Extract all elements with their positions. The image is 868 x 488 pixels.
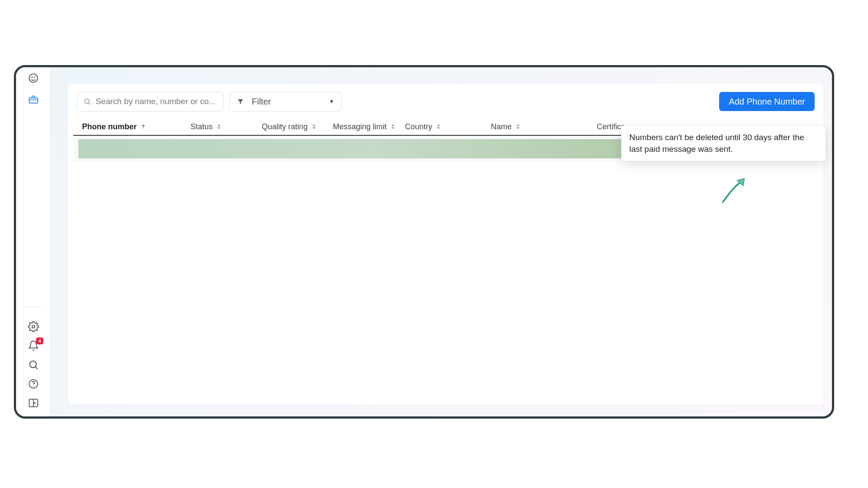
svg-point-5	[30, 361, 36, 367]
arrow-up-icon	[140, 124, 146, 130]
search-input[interactable]	[95, 97, 217, 106]
sort-icon	[311, 124, 317, 130]
svg-point-1	[31, 76, 33, 78]
col-country[interactable]: Country	[405, 122, 491, 131]
filter-dropdown[interactable]: Filter ▼	[230, 92, 342, 111]
search-icon[interactable]	[28, 359, 39, 370]
funnel-icon	[237, 98, 244, 105]
col-label: Quality rating	[262, 122, 308, 131]
col-label: Country	[405, 122, 432, 131]
annotation-arrow	[718, 175, 749, 205]
app-frame: 4	[14, 65, 834, 419]
col-label: Status	[191, 122, 213, 131]
dashboard-icon[interactable]	[28, 72, 39, 84]
col-label: Name	[491, 122, 512, 131]
redacted-content	[79, 139, 671, 158]
col-name[interactable]: Name	[491, 122, 597, 131]
notification-badge: 4	[36, 337, 43, 344]
svg-point-4	[32, 325, 35, 328]
main-area: Filter ▼ Add Phone Number Phone number S…	[51, 67, 832, 416]
col-quality-rating[interactable]: Quality rating	[262, 122, 333, 131]
svg-point-0	[29, 74, 38, 82]
sort-icon	[390, 124, 396, 130]
content-panel: Filter ▼ Add Phone Number Phone number S…	[68, 84, 823, 405]
settings-icon[interactable]	[28, 321, 39, 332]
add-phone-number-button[interactable]: Add Phone Number	[719, 92, 815, 111]
chevron-down-icon: ▼	[329, 98, 334, 105]
col-label: Phone number	[82, 122, 137, 131]
col-label: Messaging limit	[333, 122, 387, 131]
toolbox-icon[interactable]	[28, 94, 39, 105]
bell-icon[interactable]: 4	[28, 340, 39, 351]
delete-tooltip: Numbers can't be deleted until 30 days a…	[621, 125, 826, 161]
toolbar: Filter ▼ Add Phone Number	[68, 84, 823, 118]
sidebar: 4	[16, 67, 51, 416]
col-status[interactable]: Status	[191, 122, 262, 131]
search-input-wrapper[interactable]	[77, 92, 224, 111]
sort-icon	[436, 124, 442, 130]
filter-label: Filter	[252, 97, 271, 107]
col-phone-number[interactable]: Phone number	[82, 122, 191, 131]
sort-icon	[216, 124, 222, 130]
panel-toggle-icon[interactable]	[28, 397, 39, 409]
search-icon	[83, 97, 91, 106]
svg-point-9	[85, 99, 89, 104]
svg-point-2	[34, 76, 35, 78]
sidebar-divider	[26, 307, 41, 307]
help-icon[interactable]	[28, 378, 39, 390]
svg-rect-3	[29, 98, 38, 103]
sort-icon	[515, 124, 521, 130]
col-messaging-limit[interactable]: Messaging limit	[333, 122, 405, 131]
svg-point-7	[33, 386, 34, 387]
